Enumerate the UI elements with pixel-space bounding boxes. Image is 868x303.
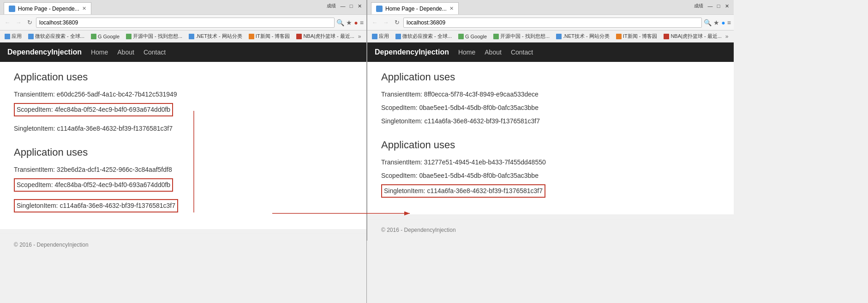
left-nav-home[interactable]: Home: [91, 48, 108, 56]
right-section2-title: Application uses: [381, 139, 720, 151]
right-bm-nba-label: NBA|虎扑篮球 - 最近...: [670, 33, 721, 40]
right-bookmarks-bar: 应用 微软必应搜索 - 全球... G Google 开源中国 - 找到您想..…: [367, 30, 734, 42]
left-s1-item2: SingletonItem: c114a6fa-36e8-4632-bf39-f…: [14, 125, 173, 132]
right-bm-apps[interactable]: 应用: [369, 32, 392, 41]
right-active-tab[interactable]: Home Page - Depende... ✕: [371, 2, 459, 14]
right-bm-oschina-icon: [493, 34, 499, 39]
left-refresh-btn[interactable]: ↻: [25, 18, 34, 27]
left-bm-bing-icon: [28, 34, 34, 39]
right-s1-item0: TransientItem: 8ff0ecca-5f78-4c3f-8949-e…: [381, 91, 539, 98]
left-back-btn[interactable]: ←: [3, 18, 12, 27]
right-app-navbar: DependencyInjection Home About Contact: [367, 42, 734, 62]
right-refresh-btn[interactable]: ↻: [392, 18, 401, 27]
right-section-divider: [381, 130, 720, 139]
right-back-btn[interactable]: ←: [370, 18, 379, 27]
right-bm-oschina[interactable]: 开源中国 - 找到您想...: [491, 32, 552, 41]
left-bm-itnews-label: IT新闻 - 博客园: [256, 33, 290, 40]
right-forward-btn[interactable]: →: [381, 18, 390, 27]
right-restore-btn[interactable]: □: [715, 3, 722, 9]
right-star-icon[interactable]: ★: [713, 19, 719, 26]
right-bm-bing-icon: [395, 34, 401, 39]
right-bm-apps-label: 应用: [379, 33, 389, 40]
left-nav-about[interactable]: About: [117, 48, 134, 56]
left-bm-bing[interactable]: 微软必应搜索 - 全球...: [25, 32, 87, 41]
right-s2-item2: SingletonItem: c114a6fa-36e8-4632-bf39-f…: [381, 184, 545, 198]
right-section1-title: Application uses: [381, 71, 720, 83]
right-s1-item1: ScopedItem: 0bae5ee1-5db4-45db-8f0b-0afc…: [381, 104, 539, 111]
left-bm-oschina-icon: [126, 34, 132, 39]
right-bm-apps-icon: [372, 34, 377, 39]
left-tab-close[interactable]: ✕: [82, 6, 86, 12]
right-nav-about[interactable]: About: [485, 48, 502, 56]
right-user-icon[interactable]: ●: [721, 19, 725, 26]
left-s2-item2-wrapper: SingletonItem: c114a6fa-36e8-4632-bf39-f…: [14, 199, 353, 216]
left-nav-contact[interactable]: Contact: [144, 48, 166, 56]
right-close-btn[interactable]: ✕: [724, 3, 730, 9]
left-bm-more[interactable]: »: [358, 33, 361, 40]
left-minimize-btn[interactable]: —: [340, 3, 346, 9]
right-bm-more[interactable]: »: [725, 33, 729, 40]
right-bm-google[interactable]: G Google: [455, 33, 490, 40]
left-active-tab[interactable]: Home Page - Depende... ✕: [4, 2, 91, 14]
right-title-bar: Home Page - Depende... ✕ 成绩 — □ ✕: [367, 0, 734, 15]
right-app-brand: DependencyInjection: [375, 48, 449, 56]
left-bm-dotnet-label: .NET技术 - 网站分类: [196, 33, 242, 40]
left-s2-item0: TransientItem: 32be6d2a-dcf1-4252-966c-3…: [14, 166, 172, 173]
right-s2-item1: ScopedItem: 0bae5ee1-5db4-45db-8f0b-0afc…: [381, 172, 539, 179]
left-addr-icons: 🔍 ★ ● ≡: [336, 19, 364, 26]
left-s2-item1: ScopedItem: 4fec84ba-0f52-4ec9-b4f0-693a…: [14, 178, 173, 192]
left-browser-pane: Home Page - Depende... ✕ 成绩 — □ ✕ ← → ↻ …: [0, 0, 367, 303]
right-menu-icon[interactable]: ≡: [727, 19, 731, 26]
left-bm-itnews-icon: [249, 34, 254, 39]
left-title-bar: Home Page - Depende... ✕ 成绩 — □ ✕: [0, 0, 366, 15]
right-nav-contact[interactable]: Contact: [511, 48, 533, 56]
left-bm-nba-icon: [296, 34, 302, 39]
right-address-input[interactable]: [403, 18, 702, 28]
right-bm-nba[interactable]: NBA|虎扑篮球 - 最近...: [661, 32, 724, 41]
left-bm-google-label: G Google: [98, 34, 120, 39]
right-tab-bar: Home Page - Depende... ✕: [371, 0, 459, 14]
left-bm-oschina[interactable]: 开源中国 - 找到您想...: [123, 32, 185, 41]
left-win-label: 成绩: [327, 3, 336, 9]
left-restore-btn[interactable]: □: [348, 3, 354, 9]
left-bm-google-icon: [91, 34, 96, 39]
left-bm-apps[interactable]: 应用: [2, 32, 24, 41]
right-tab-close[interactable]: ✕: [449, 6, 454, 12]
left-s1-item1: ScopedItem: 4fec84ba-0f52-4ec9-b4f0-693a…: [14, 103, 173, 116]
left-bookmarks-bar: 应用 微软必应搜索 - 全球... G Google 开源中国 - 找到您想..…: [0, 30, 366, 42]
left-user-icon[interactable]: ●: [354, 19, 358, 26]
left-bm-bing-label: 微软必应搜索 - 全球...: [35, 33, 84, 40]
right-bm-itnews-icon: [616, 34, 622, 39]
left-bm-nba[interactable]: NBA|虎扑篮球 - 最近...: [293, 32, 357, 41]
right-address-bar: ← → ↻ 🔍 ★ ● ≡: [367, 15, 734, 30]
left-bm-itnews[interactable]: IT新闻 - 博客园: [246, 32, 293, 41]
right-bm-itnews[interactable]: IT新闻 - 博客园: [613, 32, 660, 41]
left-close-btn[interactable]: ✕: [356, 3, 363, 9]
right-bm-dotnet[interactable]: .NET技术 - 网站分类: [553, 32, 612, 41]
right-bm-google-icon: [458, 34, 464, 39]
right-addr-icons: 🔍 ★ ● ≡: [704, 19, 731, 26]
left-bm-apps-label: 应用: [12, 33, 22, 40]
right-nav-home[interactable]: Home: [458, 48, 475, 56]
left-address-bar: ← → ↻ 🔍 ★ ● ≡: [0, 15, 366, 30]
right-s1-item1-wrapper: ScopedItem: 0bae5ee1-5db4-45db-8f0b-0afc…: [381, 103, 720, 113]
left-bm-oschina-label: 开源中国 - 找到您想...: [133, 33, 182, 40]
right-minimize-btn[interactable]: —: [707, 3, 713, 9]
left-s1-item1-wrapper: ScopedItem: 4fec84ba-0f52-4ec9-b4f0-693a…: [14, 103, 353, 120]
right-bm-bing[interactable]: 微软必应搜索 - 全球...: [393, 32, 455, 41]
right-bm-nba-icon: [664, 34, 669, 39]
left-footer: © 2016 - DependencyInjection: [0, 234, 366, 255]
left-bm-dotnet[interactable]: .NET技术 - 网站分类: [186, 32, 245, 41]
left-forward-btn[interactable]: →: [14, 18, 23, 27]
right-bm-google-label: G Google: [465, 34, 487, 39]
left-page-content: Application uses TransientItem: e60dc256…: [0, 62, 366, 229]
right-search-icon: 🔍: [704, 19, 712, 26]
left-section2-title: Application uses: [14, 146, 353, 158]
right-bm-dotnet-icon: [556, 34, 562, 39]
left-star-icon[interactable]: ★: [346, 19, 352, 26]
left-bm-google[interactable]: G Google: [88, 33, 122, 40]
left-app-navbar: DependencyInjection Home About Contact: [0, 42, 366, 62]
left-address-input[interactable]: [36, 18, 335, 28]
left-menu-icon[interactable]: ≡: [360, 19, 364, 26]
right-footer: © 2016 - DependencyInjection: [367, 219, 734, 241]
